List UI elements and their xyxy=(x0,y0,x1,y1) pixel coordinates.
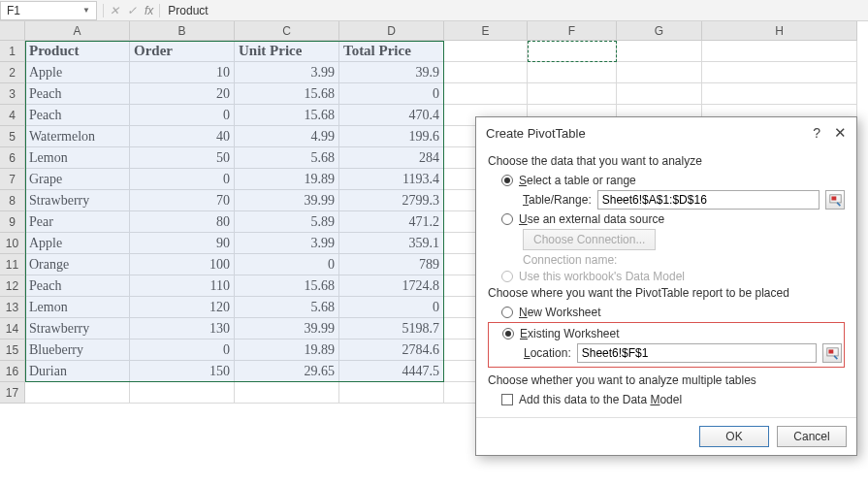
cell-C8[interactable]: 39.99 xyxy=(235,190,339,211)
cell-D7[interactable]: 1193.4 xyxy=(339,169,444,190)
cell-B12[interactable]: 110 xyxy=(130,275,235,297)
cell-E2[interactable] xyxy=(444,62,528,83)
row-header-15[interactable]: 15 xyxy=(0,340,25,361)
cell-C3[interactable]: 15.68 xyxy=(235,83,339,105)
cell-B8[interactable]: 70 xyxy=(130,190,235,211)
cell-A12[interactable]: Peach xyxy=(25,275,130,297)
row-header-7[interactable]: 7 xyxy=(0,169,25,190)
row-header-2[interactable]: 2 xyxy=(0,62,25,83)
select-all-corner[interactable] xyxy=(0,21,25,41)
col-header-F[interactable]: F xyxy=(528,21,617,41)
cell-D1[interactable]: Total Price xyxy=(339,41,444,62)
cell-F2[interactable] xyxy=(528,62,617,83)
collapse-range-icon[interactable] xyxy=(825,190,845,210)
row-header-3[interactable]: 3 xyxy=(0,83,25,105)
cell-C14[interactable]: 39.99 xyxy=(235,318,339,340)
cell-B13[interactable]: 120 xyxy=(130,297,235,318)
opt-external-source[interactable]: Use an external data source xyxy=(501,212,845,226)
opt-select-range[interactable]: Select a table or range xyxy=(501,174,845,187)
cell-A17[interactable] xyxy=(25,382,130,404)
formula-bar-value[interactable]: Product xyxy=(160,4,215,17)
row-header-10[interactable]: 10 xyxy=(0,233,25,254)
cell-D14[interactable]: 5198.7 xyxy=(339,318,444,340)
row-header-1[interactable]: 1 xyxy=(0,41,25,62)
name-box[interactable]: F1 ▼ xyxy=(0,1,97,20)
cell-B9[interactable]: 80 xyxy=(130,211,235,233)
cancel-formula-icon[interactable]: ✕ xyxy=(110,4,119,17)
chk-add-to-model[interactable]: Add this data to the Data Model xyxy=(501,393,845,406)
cell-C12[interactable]: 15.68 xyxy=(235,275,339,297)
row-header-4[interactable]: 4 xyxy=(0,105,25,126)
cell-D5[interactable]: 199.6 xyxy=(339,126,444,147)
cell-F1[interactable] xyxy=(528,41,617,62)
row-header-11[interactable]: 11 xyxy=(0,254,25,275)
cell-A7[interactable]: Grape xyxy=(25,169,130,190)
cell-B14[interactable]: 130 xyxy=(130,318,235,340)
row-header-5[interactable]: 5 xyxy=(0,126,25,147)
cell-C17[interactable] xyxy=(235,382,339,404)
cell-F3[interactable] xyxy=(528,83,617,105)
row-header-12[interactable]: 12 xyxy=(0,275,25,297)
cell-C2[interactable]: 3.99 xyxy=(235,62,339,83)
row-header-6[interactable]: 6 xyxy=(0,147,25,169)
cell-B16[interactable]: 150 xyxy=(130,361,235,382)
cell-H2[interactable] xyxy=(702,62,857,83)
enter-formula-icon[interactable]: ✓ xyxy=(127,4,137,17)
cell-B15[interactable]: 0 xyxy=(130,340,235,361)
cell-B7[interactable]: 0 xyxy=(130,169,235,190)
cell-E3[interactable] xyxy=(444,83,528,105)
ok-button[interactable]: OK xyxy=(699,426,769,447)
cell-A11[interactable]: Orange xyxy=(25,254,130,275)
cell-A16[interactable]: Durian xyxy=(25,361,130,382)
cell-A3[interactable]: Peach xyxy=(25,83,130,105)
row-header-17[interactable]: 17 xyxy=(0,382,25,404)
opt-new-worksheet[interactable]: New Worksheet xyxy=(501,306,845,319)
cell-C5[interactable]: 4.99 xyxy=(235,126,339,147)
cell-D17[interactable] xyxy=(339,382,444,404)
fx-icon[interactable]: fx xyxy=(145,4,153,17)
dialog-titlebar[interactable]: Create PivotTable ? ✕ xyxy=(476,117,856,148)
row-header-9[interactable]: 9 xyxy=(0,211,25,233)
col-header-E[interactable]: E xyxy=(444,21,528,41)
location-input[interactable] xyxy=(577,343,817,363)
cell-B6[interactable]: 50 xyxy=(130,147,235,169)
row-header-14[interactable]: 14 xyxy=(0,318,25,340)
cell-B5[interactable]: 40 xyxy=(130,126,235,147)
cell-C6[interactable]: 5.68 xyxy=(235,147,339,169)
cell-A13[interactable]: Lemon xyxy=(25,297,130,318)
cell-D13[interactable]: 0 xyxy=(339,297,444,318)
cell-D11[interactable]: 789 xyxy=(339,254,444,275)
cell-G1[interactable] xyxy=(617,41,702,62)
cell-G2[interactable] xyxy=(617,62,702,83)
cell-B1[interactable]: Order xyxy=(130,41,235,62)
cell-H1[interactable] xyxy=(702,41,857,62)
collapse-range-icon[interactable] xyxy=(822,343,842,363)
cell-D10[interactable]: 359.1 xyxy=(339,233,444,254)
cell-A8[interactable]: Strawberry xyxy=(25,190,130,211)
cell-D9[interactable]: 471.2 xyxy=(339,211,444,233)
cell-A1[interactable]: Product xyxy=(25,41,130,62)
col-header-D[interactable]: D xyxy=(339,21,444,41)
cell-C13[interactable]: 5.68 xyxy=(235,297,339,318)
cell-C1[interactable]: Unit Price xyxy=(235,41,339,62)
col-header-G[interactable]: G xyxy=(617,21,702,41)
col-header-C[interactable]: C xyxy=(235,21,339,41)
cell-D15[interactable]: 2784.6 xyxy=(339,340,444,361)
cell-B4[interactable]: 0 xyxy=(130,105,235,126)
cell-C16[interactable]: 29.65 xyxy=(235,361,339,382)
row-header-8[interactable]: 8 xyxy=(0,190,25,211)
name-box-dropdown-icon[interactable]: ▼ xyxy=(82,6,90,15)
row-header-13[interactable]: 13 xyxy=(0,297,25,318)
cell-E1[interactable] xyxy=(444,41,528,62)
col-header-H[interactable]: H xyxy=(702,21,857,41)
cell-D2[interactable]: 39.9 xyxy=(339,62,444,83)
cell-D3[interactable]: 0 xyxy=(339,83,444,105)
cell-A15[interactable]: Blueberry xyxy=(25,340,130,361)
cell-D4[interactable]: 470.4 xyxy=(339,105,444,126)
row-header-16[interactable]: 16 xyxy=(0,361,25,382)
close-icon[interactable]: ✕ xyxy=(834,124,847,142)
cell-A14[interactable]: Strawberry xyxy=(25,318,130,340)
table-range-input[interactable] xyxy=(597,190,820,210)
cell-D6[interactable]: 284 xyxy=(339,147,444,169)
cell-B3[interactable]: 20 xyxy=(130,83,235,105)
